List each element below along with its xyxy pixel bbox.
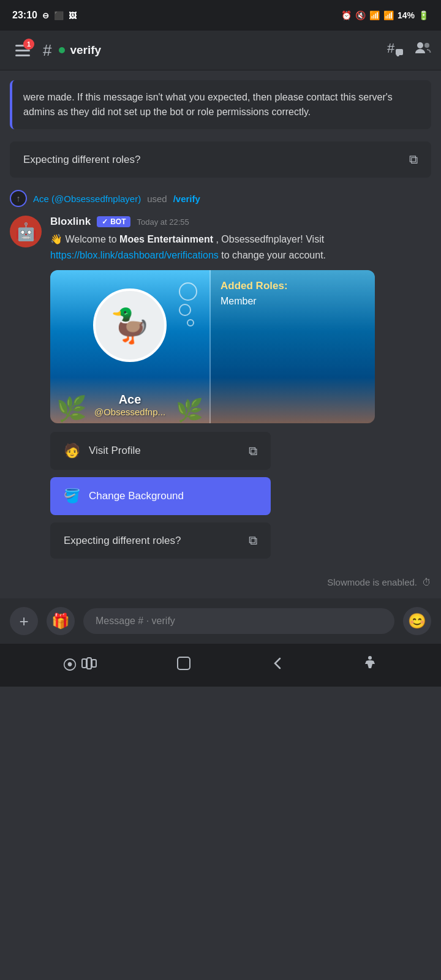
- command-user-avatar: ↑: [10, 190, 27, 207]
- slowmode-bar: Slowmode is enabled. ⏱: [0, 571, 441, 594]
- home-button[interactable]: [168, 647, 200, 683]
- seaweed-left-icon: 🌿: [56, 394, 87, 423]
- command-slash: /verify: [173, 194, 200, 204]
- bottom-input-area: + 🎁 Message # · verify 😊: [0, 598, 441, 644]
- bot-avatar: 🤖: [10, 216, 42, 247]
- command-avatar-icon: ↑: [17, 194, 21, 203]
- mute-icon: 🔇: [355, 10, 366, 20]
- command-username: Ace (@Obsessedfnplayer): [33, 194, 141, 204]
- plus-icon: +: [19, 612, 28, 631]
- old-message: were made. If this message isn't what yo…: [10, 80, 431, 129]
- signal-icon: 📶: [383, 10, 394, 20]
- notification-badge: 1: [23, 39, 34, 50]
- bubble-small: [187, 319, 194, 326]
- top-expecting-roles-button[interactable]: Expecting different roles? ⧉: [10, 141, 431, 178]
- recent-apps-button[interactable]: ⦿: [56, 650, 105, 680]
- svg-point-3: [417, 42, 423, 48]
- bot-avatar-area: 🤖: [10, 216, 42, 247]
- card-handle: @Obsessedfnp...: [94, 407, 165, 417]
- status-left: 23:10 ⊖ ⬛ 🖼: [12, 10, 77, 21]
- top-ext-link-icon: ⧉: [409, 153, 418, 167]
- change-background-button[interactable]: 🪣 Change Background: [50, 477, 271, 515]
- recents-icon: [81, 657, 98, 670]
- duck-emoji: 🦆: [110, 306, 151, 345]
- greeting-emoji: 👋: [50, 234, 62, 244]
- status-download-icon: ⬛: [54, 11, 64, 20]
- message-body: Bloxlink ✓ BOT Today at 22:55 👋 Welcome …: [50, 216, 431, 559]
- card-left: 🦆 🌿 🌿 Ace @Obsessedfnp...: [50, 270, 209, 423]
- bubble-medium: [179, 304, 191, 316]
- channel-name: verify: [70, 43, 101, 57]
- slowmode-icon: ⏱: [422, 577, 431, 587]
- added-roles-value: Member: [221, 296, 365, 307]
- message-input[interactable]: Message # · verify: [83, 608, 394, 634]
- seaweed-right-icon: 🌿: [176, 398, 203, 423]
- bottom-ext-link-icon: ⧉: [249, 533, 257, 548]
- action-buttons: 🧑 Visit Profile ⧉ 🪣 Change Background Ex…: [50, 432, 271, 559]
- android-nav: ⦿: [0, 644, 441, 687]
- bottom-expecting-roles-button[interactable]: Expecting different roles? ⧉: [50, 522, 271, 559]
- bubble-large: [179, 282, 197, 301]
- svg-text:#: #: [387, 40, 395, 56]
- svg-point-9: [368, 656, 372, 660]
- gift-icon: 🎁: [51, 612, 70, 630]
- svg-marker-2: [396, 55, 399, 56]
- emoji-icon: 😊: [408, 612, 426, 630]
- svg-rect-7: [92, 660, 96, 667]
- bloxlink-message: 🤖 Bloxlink ✓ BOT Today at 22:55 👋 Welcom…: [10, 216, 431, 559]
- svg-rect-8: [178, 657, 190, 669]
- battery-text: 14%: [398, 10, 415, 20]
- verification-card: 🦆 🌿 🌿 Ace @Obsessedfnp...: [50, 270, 375, 423]
- continue-text: , Obsessedfnplayer! Visit: [216, 234, 324, 244]
- svg-rect-1: [396, 49, 403, 55]
- card-right: Added Roles: Member: [211, 270, 375, 423]
- top-expecting-roles-label: Expecting different roles?: [23, 154, 141, 166]
- visit-profile-person-icon: 🧑: [64, 443, 80, 459]
- emoji-button[interactable]: 😊: [403, 607, 431, 635]
- status-bar: 23:10 ⊖ ⬛ 🖼 ⏰ 🔇 📶 📶 14% 🔋: [0, 0, 441, 31]
- back-icon: [269, 655, 286, 672]
- svg-rect-5: [82, 659, 86, 668]
- add-content-button[interactable]: +: [10, 607, 38, 635]
- visit-profile-label: Visit Profile: [89, 445, 240, 457]
- change-bg-label: Change Background: [89, 490, 184, 502]
- menu-button[interactable]: 1: [10, 37, 36, 63]
- checkmark-icon: ✓: [102, 217, 108, 226]
- channel-online-dot: [59, 47, 65, 53]
- alarm-icon: ⏰: [341, 10, 352, 20]
- visit-profile-ext-icon: ⧉: [249, 444, 257, 458]
- change-bg-paintbrush-icon: 🪣: [64, 488, 80, 504]
- battery-icon: 🔋: [418, 10, 429, 20]
- message-timestamp: Today at 22:55: [137, 217, 189, 227]
- added-roles-title: Added Roles:: [221, 280, 365, 292]
- message-placeholder: Message # · verify: [96, 616, 175, 627]
- nav-left: 1 # verify: [10, 37, 101, 63]
- blox-link[interactable]: https://blox.link/dashboard/verification…: [50, 250, 219, 260]
- back-button[interactable]: [263, 649, 292, 682]
- svg-rect-6: [87, 658, 91, 669]
- recent-apps-icon: ⦿: [62, 657, 77, 673]
- status-time: 23:10: [12, 10, 37, 21]
- home-icon: [174, 654, 194, 673]
- gift-button[interactable]: 🎁: [47, 607, 75, 635]
- command-action: used: [147, 194, 167, 204]
- message-header: Bloxlink ✓ BOT Today at 22:55: [50, 216, 431, 228]
- svg-point-4: [424, 43, 429, 48]
- status-minus-icon: ⊖: [42, 11, 49, 20]
- search-threads-icon[interactable]: #: [387, 40, 403, 61]
- message-text: 👋 Welcome to Moes Entertainment , Obsess…: [50, 232, 431, 263]
- link-suffix: to change your account.: [221, 250, 326, 260]
- visit-profile-button[interactable]: 🧑 Visit Profile ⧉: [50, 432, 271, 470]
- channel-hash-icon: #: [43, 41, 51, 60]
- accessibility-button[interactable]: [355, 649, 385, 682]
- status-right: ⏰ 🔇 📶 📶 14% 🔋: [341, 10, 429, 20]
- accessibility-icon: [361, 655, 379, 672]
- used-command-line: ↑ Ace (@Obsessedfnplayer) used /verify: [10, 190, 431, 207]
- chat-area: were made. If this message isn't what yo…: [0, 70, 441, 559]
- status-image-icon: 🖼: [69, 11, 77, 20]
- bottom-expecting-roles-label: Expecting different roles?: [64, 535, 181, 547]
- slowmode-text: Slowmode is enabled.: [327, 577, 417, 587]
- old-message-text: were made. If this message isn't what yo…: [23, 92, 393, 117]
- members-icon[interactable]: [414, 40, 431, 61]
- card-username: Ace: [94, 393, 165, 407]
